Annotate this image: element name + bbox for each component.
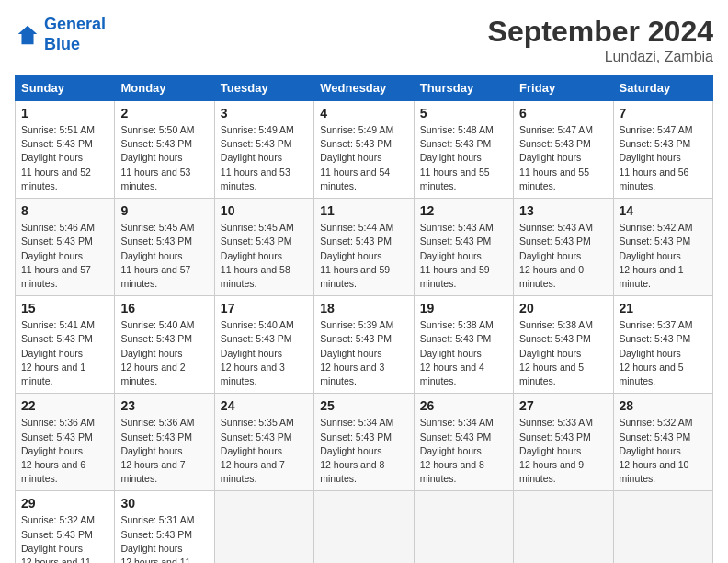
day-detail: Sunrise: 5:51 AMSunset: 5:43 PMDaylight … — [21, 123, 108, 193]
empty-cell — [514, 491, 613, 563]
title-block: September 2024 Lundazi, Zambia — [488, 15, 713, 65]
day-detail: Sunrise: 5:36 AMSunset: 5:43 PMDaylight … — [21, 416, 108, 486]
day-number: 12 — [420, 203, 507, 218]
day-cell: 4 Sunrise: 5:49 AMSunset: 5:43 PMDayligh… — [314, 101, 414, 199]
empty-cell — [613, 491, 712, 563]
logo-icon — [15, 22, 40, 48]
day-detail: Sunrise: 5:37 AMSunset: 5:43 PMDaylight … — [620, 318, 707, 388]
day-cell: 16 Sunrise: 5:40 AMSunset: 5:43 PMDaylig… — [115, 296, 214, 394]
day-detail: Sunrise: 5:47 AMSunset: 5:43 PMDaylight … — [519, 123, 607, 193]
day-cell: 24 Sunrise: 5:35 AMSunset: 5:43 PMDaylig… — [214, 394, 313, 491]
day-number: 23 — [120, 398, 208, 413]
day-number: 19 — [420, 301, 507, 316]
day-cell: 25 Sunrise: 5:34 AMSunset: 5:43 PMDaylig… — [314, 394, 414, 491]
day-number: 24 — [221, 398, 308, 413]
day-detail: Sunrise: 5:45 AMSunset: 5:43 PMDaylight … — [221, 221, 308, 291]
day-cell: 9 Sunrise: 5:45 AMSunset: 5:43 PMDayligh… — [115, 199, 214, 296]
day-cell: 20 Sunrise: 5:38 AMSunset: 5:43 PMDaylig… — [514, 296, 613, 394]
day-cell: 28 Sunrise: 5:32 AMSunset: 5:43 PMDaylig… — [613, 394, 712, 491]
col-monday: Monday — [115, 75, 214, 101]
calendar-table: Sunday Monday Tuesday Wednesday Thursday… — [15, 75, 713, 563]
day-number: 15 — [21, 301, 108, 316]
day-detail: Sunrise: 5:43 AMSunset: 5:43 PMDaylight … — [420, 221, 507, 291]
day-detail: Sunrise: 5:34 AMSunset: 5:43 PMDaylight … — [320, 416, 407, 486]
week-row: 15 Sunrise: 5:41 AMSunset: 5:43 PMDaylig… — [16, 296, 713, 394]
day-detail: Sunrise: 5:50 AMSunset: 5:43 PMDaylight … — [120, 123, 208, 193]
day-cell: 3 Sunrise: 5:49 AMSunset: 5:43 PMDayligh… — [214, 101, 313, 199]
day-number: 1 — [21, 106, 108, 121]
svg-marker-0 — [18, 25, 38, 44]
day-number: 8 — [21, 203, 108, 218]
day-cell: 12 Sunrise: 5:43 AMSunset: 5:43 PMDaylig… — [414, 199, 513, 296]
day-detail: Sunrise: 5:40 AMSunset: 5:43 PMDaylight … — [221, 318, 308, 388]
month-title: September 2024 — [488, 15, 713, 49]
day-cell: 8 Sunrise: 5:46 AMSunset: 5:43 PMDayligh… — [16, 199, 115, 296]
day-detail: Sunrise: 5:32 AMSunset: 5:43 PMDaylight … — [21, 513, 108, 563]
day-cell: 23 Sunrise: 5:36 AMSunset: 5:43 PMDaylig… — [115, 394, 214, 491]
day-cell: 21 Sunrise: 5:37 AMSunset: 5:43 PMDaylig… — [613, 296, 712, 394]
day-number: 10 — [221, 203, 308, 218]
day-detail: Sunrise: 5:40 AMSunset: 5:43 PMDaylight … — [120, 318, 208, 388]
day-number: 20 — [519, 301, 607, 316]
day-cell: 13 Sunrise: 5:43 AMSunset: 5:43 PMDaylig… — [514, 199, 613, 296]
week-row: 1 Sunrise: 5:51 AMSunset: 5:43 PMDayligh… — [16, 101, 713, 199]
day-detail: Sunrise: 5:43 AMSunset: 5:43 PMDaylight … — [519, 221, 607, 291]
day-number: 28 — [620, 398, 707, 413]
day-detail: Sunrise: 5:38 AMSunset: 5:43 PMDaylight … — [519, 318, 607, 388]
day-detail: Sunrise: 5:42 AMSunset: 5:43 PMDaylight … — [620, 221, 707, 291]
col-saturday: Saturday — [613, 75, 712, 101]
day-number: 30 — [120, 496, 208, 511]
day-detail: Sunrise: 5:49 AMSunset: 5:43 PMDaylight … — [320, 123, 407, 193]
week-row: 29 Sunrise: 5:32 AMSunset: 5:43 PMDaylig… — [16, 491, 713, 563]
empty-cell — [314, 491, 414, 563]
col-wednesday: Wednesday — [314, 75, 414, 101]
header-row: Sunday Monday Tuesday Wednesday Thursday… — [16, 75, 713, 101]
day-detail: Sunrise: 5:41 AMSunset: 5:43 PMDaylight … — [21, 318, 108, 388]
day-number: 4 — [320, 106, 407, 121]
day-detail: Sunrise: 5:47 AMSunset: 5:43 PMDaylight … — [620, 123, 707, 193]
day-number: 14 — [620, 203, 707, 218]
day-cell: 18 Sunrise: 5:39 AMSunset: 5:43 PMDaylig… — [314, 296, 414, 394]
col-tuesday: Tuesday — [214, 75, 313, 101]
day-number: 13 — [519, 203, 607, 218]
day-number: 5 — [420, 106, 507, 121]
day-number: 29 — [21, 496, 108, 511]
day-number: 7 — [620, 106, 707, 121]
logo: General Blue — [15, 15, 106, 54]
day-cell: 29 Sunrise: 5:32 AMSunset: 5:43 PMDaylig… — [16, 491, 115, 563]
col-thursday: Thursday — [414, 75, 513, 101]
day-number: 22 — [21, 398, 108, 413]
day-cell: 6 Sunrise: 5:47 AMSunset: 5:43 PMDayligh… — [514, 101, 613, 199]
col-friday: Friday — [514, 75, 613, 101]
day-cell: 2 Sunrise: 5:50 AMSunset: 5:43 PMDayligh… — [115, 101, 214, 199]
day-cell: 17 Sunrise: 5:40 AMSunset: 5:43 PMDaylig… — [214, 296, 313, 394]
day-detail: Sunrise: 5:31 AMSunset: 5:43 PMDaylight … — [120, 513, 208, 563]
day-number: 25 — [320, 398, 407, 413]
day-detail: Sunrise: 5:49 AMSunset: 5:43 PMDaylight … — [221, 123, 308, 193]
day-cell: 10 Sunrise: 5:45 AMSunset: 5:43 PMDaylig… — [214, 199, 313, 296]
day-cell: 22 Sunrise: 5:36 AMSunset: 5:43 PMDaylig… — [16, 394, 115, 491]
day-cell: 11 Sunrise: 5:44 AMSunset: 5:43 PMDaylig… — [314, 199, 414, 296]
day-detail: Sunrise: 5:36 AMSunset: 5:43 PMDaylight … — [120, 416, 208, 486]
day-detail: Sunrise: 5:39 AMSunset: 5:43 PMDaylight … — [320, 318, 407, 388]
page-header: General Blue September 2024 Lundazi, Zam… — [15, 15, 713, 65]
day-detail: Sunrise: 5:44 AMSunset: 5:43 PMDaylight … — [320, 221, 407, 291]
day-number: 21 — [620, 301, 707, 316]
day-number: 27 — [519, 398, 607, 413]
day-cell: 15 Sunrise: 5:41 AMSunset: 5:43 PMDaylig… — [16, 296, 115, 394]
day-number: 9 — [120, 203, 208, 218]
day-detail: Sunrise: 5:34 AMSunset: 5:43 PMDaylight … — [420, 416, 507, 486]
day-cell: 14 Sunrise: 5:42 AMSunset: 5:43 PMDaylig… — [613, 199, 712, 296]
day-detail: Sunrise: 5:38 AMSunset: 5:43 PMDaylight … — [420, 318, 507, 388]
week-row: 22 Sunrise: 5:36 AMSunset: 5:43 PMDaylig… — [16, 394, 713, 491]
day-number: 3 — [221, 106, 308, 121]
day-detail: Sunrise: 5:35 AMSunset: 5:43 PMDaylight … — [221, 416, 308, 486]
day-cell: 19 Sunrise: 5:38 AMSunset: 5:43 PMDaylig… — [414, 296, 513, 394]
week-row: 8 Sunrise: 5:46 AMSunset: 5:43 PMDayligh… — [16, 199, 713, 296]
day-number: 17 — [221, 301, 308, 316]
day-number: 11 — [320, 203, 407, 218]
day-cell: 1 Sunrise: 5:51 AMSunset: 5:43 PMDayligh… — [16, 101, 115, 199]
day-detail: Sunrise: 5:46 AMSunset: 5:43 PMDaylight … — [21, 221, 108, 291]
empty-cell — [414, 491, 513, 563]
day-detail: Sunrise: 5:32 AMSunset: 5:43 PMDaylight … — [620, 416, 707, 486]
